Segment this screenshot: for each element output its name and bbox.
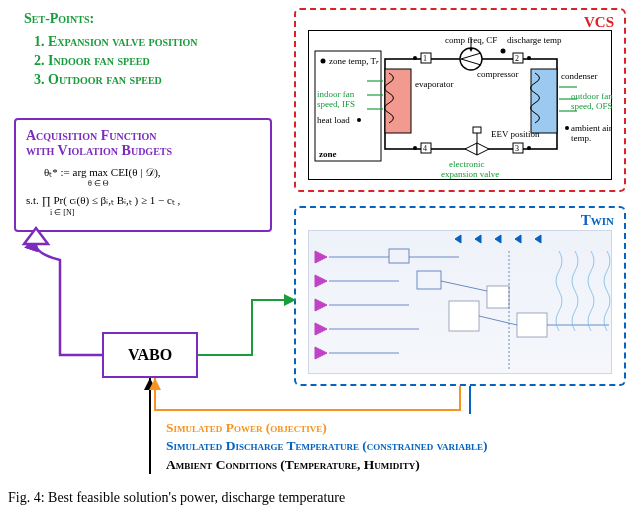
svg-rect-24 [473,127,481,133]
outdoor-fan-label: outdoor fan [571,91,613,101]
signal-ambient-label: Ambient Conditions (Temperature, Humidit… [166,457,420,473]
vcs-label: VCS [584,14,614,31]
setpoints-block: Set-Points: Expansion valve position Ind… [24,10,304,90]
vabo-node: VABO [102,332,198,378]
svg-rect-52 [517,313,547,337]
twin-simulink-image [308,230,612,374]
acq-line2: s.t. ∏ Pr( cᵢ(θ) ≤ βᵢ,ₜ Bᵢ,ₜ ) ≥ 1 − cₜ … [26,193,260,207]
svg-rect-50 [449,301,479,331]
acq-line1-sub: θ ∈ Θ [88,179,260,189]
twin-label: Twin [581,212,614,229]
svg-text:expansion valve: expansion valve [441,169,499,179]
heat-load-label: heat load [317,115,350,125]
svg-marker-62 [535,235,541,243]
svg-point-34 [413,56,417,60]
signal-dtemp-label: Simulated Discharge Temperature (constra… [166,438,488,454]
svg-marker-59 [475,235,481,243]
svg-point-2 [321,59,326,64]
acq-line2-sub: i ∈ [N] [50,208,260,218]
svg-marker-38 [315,251,327,263]
svg-text:3: 3 [515,144,519,153]
svg-marker-40 [315,299,327,311]
svg-point-35 [527,56,531,60]
svg-text:ambient air: ambient air [571,123,612,133]
acq-line1: θₜ* := arg max CEI(θ | 𝒟), [44,165,260,179]
svg-point-8 [357,118,361,122]
signal-power-label: Simulated Power (objective) [166,420,327,436]
svg-point-36 [527,146,531,150]
setpoint-2: Indoor fan speed [48,52,304,71]
svg-line-54 [441,281,487,291]
svg-point-20 [565,126,569,130]
vabo-label: VABO [128,346,172,364]
svg-marker-22 [477,143,489,155]
acquisition-box: Acquisition Function with Violation Budg… [14,118,272,232]
acq-math: θₜ* := arg max CEI(θ | 𝒟), θ ∈ Θ s.t. ∏ … [26,165,260,218]
svg-text:speed, OFS: speed, OFS [571,101,613,111]
indoor-fan-label: indoor fan [317,89,355,99]
svg-marker-41 [315,323,327,335]
svg-rect-48 [389,249,409,263]
acq-title-2: with Violation Budgets [26,143,260,158]
svg-text:2: 2 [515,54,519,63]
svg-marker-39 [315,275,327,287]
svg-rect-13 [531,69,557,133]
svg-line-55 [479,316,517,325]
eev-pos-label: EEV position [491,129,540,139]
svg-text:1: 1 [423,54,427,63]
acq-title-1: Acquisition Function [26,128,260,143]
figure-caption: Fig. 4: Best feasible solution's power, … [8,490,632,506]
svg-point-12 [501,49,506,54]
svg-text:4: 4 [423,144,427,153]
zone-temp-label: zone temp, Tᵣ [329,56,379,66]
svg-rect-3 [385,69,411,133]
setpoint-1: Expansion valve position [48,33,304,52]
svg-marker-60 [495,235,501,243]
svg-text:temp.: temp. [571,133,591,143]
twin-panel: Twin [294,206,626,386]
vcs-svg: zone zone temp, Tᵣ evaporator indoor fan… [309,31,617,183]
svg-point-37 [413,146,417,150]
compressor-label: compressor [477,69,519,79]
svg-marker-42 [315,347,327,359]
svg-marker-61 [515,235,521,243]
svg-marker-21 [465,143,477,155]
svg-rect-51 [487,286,509,308]
setpoint-3: Outdoor fan speed [48,71,304,90]
svg-rect-49 [417,271,441,289]
zone-text: zone [319,149,337,159]
vcs-schematic: zone zone temp, Tᵣ evaporator indoor fan… [308,30,612,180]
vcs-panel: VCS zone zone temp, Tᵣ evaporator indoor… [294,8,626,192]
svg-marker-58 [455,235,461,243]
svg-text:speed, IFS: speed, IFS [317,99,355,109]
evaporator-label: evaporator [415,79,453,89]
setpoints-list: Expansion valve position Indoor fan spee… [24,33,304,90]
eev-label: electronic [449,159,484,169]
discharge-temp-label: discharge temp [507,35,562,45]
condenser-label: condenser [561,71,597,81]
setpoints-heading: Set-Points: [24,10,304,29]
